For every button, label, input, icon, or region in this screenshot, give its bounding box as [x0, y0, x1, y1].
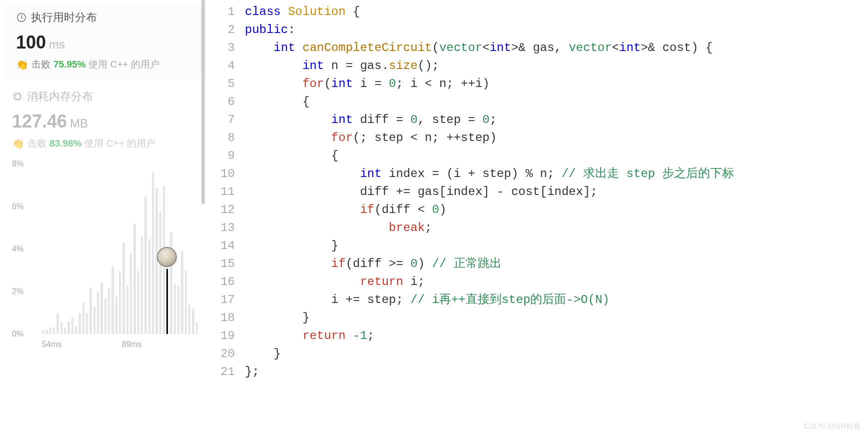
chart-bar[interactable]: [188, 304, 190, 334]
chart-bar[interactable]: [159, 211, 161, 334]
chart-bar[interactable]: [53, 328, 55, 334]
line-number: 21: [215, 363, 235, 381]
code-line[interactable]: break;: [245, 219, 868, 237]
y-tick: 6%: [12, 202, 23, 211]
chart-bar[interactable]: [100, 283, 102, 334]
avatar-marker[interactable]: [157, 247, 177, 267]
chart-bar[interactable]: [174, 283, 176, 334]
chart-bar[interactable]: [104, 298, 106, 334]
chart-bar[interactable]: [133, 224, 135, 334]
code-line[interactable]: for(int i = 0; i < n; ++i): [245, 75, 868, 93]
x-tick-1: 89ms: [122, 340, 141, 349]
chart-bar[interactable]: [177, 285, 179, 334]
chart-bar[interactable]: [49, 328, 51, 334]
code-line[interactable]: };: [245, 363, 868, 381]
line-number: 14: [215, 237, 235, 255]
chart-bar[interactable]: [111, 266, 113, 334]
code-line[interactable]: {: [245, 147, 868, 165]
chip-icon: [12, 91, 23, 102]
runtime-chart[interactable]: 8%6%4%2%0% 54ms 89ms: [0, 159, 205, 437]
chart-bar[interactable]: [185, 270, 187, 334]
code-lines[interactable]: class Solution {public: int canCompleteC…: [245, 3, 868, 437]
code-line[interactable]: }: [245, 309, 868, 327]
chart-bar[interactable]: [97, 292, 99, 334]
line-number: 15: [215, 255, 235, 273]
chart-bar[interactable]: [89, 288, 91, 334]
chart-bar[interactable]: [152, 172, 154, 334]
memory-value-row: 127.46 MB: [12, 111, 193, 132]
chart-bar[interactable]: [75, 326, 77, 334]
chart-bar[interactable]: [196, 322, 198, 334]
chart-bar[interactable]: [130, 254, 132, 334]
line-number: 6: [215, 93, 235, 111]
chart-bar[interactable]: [82, 302, 84, 334]
line-number: 1: [215, 3, 235, 21]
chart-bar[interactable]: [60, 322, 62, 334]
chart-bar[interactable]: [148, 238, 150, 334]
code-line[interactable]: int canCompleteCircuit(vector<int>& gas,…: [245, 39, 868, 57]
runtime-beats-suffix: 使用 C++ 的用户: [88, 58, 159, 71]
svg-rect-1: [15, 94, 20, 100]
code-line[interactable]: {: [245, 93, 868, 111]
line-number: 8: [215, 129, 235, 147]
chart-bar[interactable]: [108, 288, 110, 334]
chart-bar[interactable]: [67, 322, 69, 334]
code-line[interactable]: int diff = 0, step = 0;: [245, 111, 868, 129]
code-line[interactable]: i += step; // i再++直接到step的后面->O(N): [245, 291, 868, 309]
clap-icon: 👏: [16, 58, 28, 70]
memory-beats-suffix: 使用 C++ 的用户: [84, 137, 155, 150]
y-tick: 2%: [12, 287, 23, 296]
code-line[interactable]: class Solution {: [245, 3, 868, 21]
chart-bar[interactable]: [56, 313, 58, 334]
code-line[interactable]: int n = gas.size();: [245, 57, 868, 75]
code-line[interactable]: if(diff < 0): [245, 201, 868, 219]
chart-bar[interactable]: [42, 330, 44, 334]
chart-bar[interactable]: [122, 242, 124, 334]
code-line[interactable]: int index = (i + step) % n; // 求出走 step …: [245, 165, 868, 183]
line-number: 3: [215, 39, 235, 57]
line-number: 16: [215, 273, 235, 291]
chart-bar[interactable]: [181, 251, 183, 334]
clock-icon: [16, 12, 27, 23]
runtime-title: 执行用时分布: [16, 10, 189, 25]
chart-bar[interactable]: [192, 308, 194, 334]
x-tick-0: 54ms: [42, 340, 61, 349]
chart-bar[interactable]: [115, 296, 117, 334]
code-line[interactable]: diff += gas[index] - cost[index];: [245, 183, 868, 201]
chart-bar[interactable]: [137, 270, 139, 334]
runtime-unit: ms: [49, 38, 65, 52]
line-number: 13: [215, 219, 235, 237]
code-line[interactable]: }: [245, 345, 868, 363]
chart-bar[interactable]: [64, 328, 66, 334]
line-number: 20: [215, 345, 235, 363]
chart-bar[interactable]: [86, 313, 88, 334]
line-number: 12: [215, 201, 235, 219]
chart-bar[interactable]: [93, 306, 95, 334]
chart-bar[interactable]: [119, 270, 121, 334]
stats-panel: 执行用时分布 100 ms 👏 击败 75.95% 使用 C++ 的用户 消耗内…: [0, 0, 205, 437]
chart-bar[interactable]: [45, 330, 47, 334]
code-panel[interactable]: 123456789101112131415161718192021 class …: [205, 0, 868, 437]
chart-bar[interactable]: [141, 236, 143, 334]
code-line[interactable]: return i;: [245, 273, 868, 291]
chart-bars[interactable]: [42, 164, 198, 334]
chart-bar[interactable]: [144, 196, 146, 334]
memory-title-text: 消耗内存分布: [27, 89, 93, 104]
code-line[interactable]: }: [245, 237, 868, 255]
memory-value: 127.46: [12, 111, 67, 132]
code-line[interactable]: for(; step < n; ++step): [245, 129, 868, 147]
line-gutter: 123456789101112131415161718192021: [215, 3, 245, 437]
chart-inner: 8%6%4%2%0% 54ms 89ms: [12, 164, 200, 349]
chart-bar[interactable]: [78, 313, 80, 334]
chart-bar[interactable]: [71, 317, 73, 334]
chart-bar[interactable]: [126, 285, 128, 334]
line-number: 9: [215, 147, 235, 165]
runtime-beats-pct: 75.95%: [53, 59, 85, 70]
line-number: 11: [215, 183, 235, 201]
line-number: 17: [215, 291, 235, 309]
code-line[interactable]: return -1;: [245, 327, 868, 345]
code-line[interactable]: public:: [245, 21, 868, 39]
code-line[interactable]: if(diff >= 0) // 正常跳出: [245, 255, 868, 273]
memory-block[interactable]: 消耗内存分布 127.46 MB 👏 击败 83.98% 使用 C++ 的用户: [0, 84, 205, 159]
runtime-block: 执行用时分布 100 ms 👏 击败 75.95% 使用 C++ 的用户: [4, 5, 201, 80]
